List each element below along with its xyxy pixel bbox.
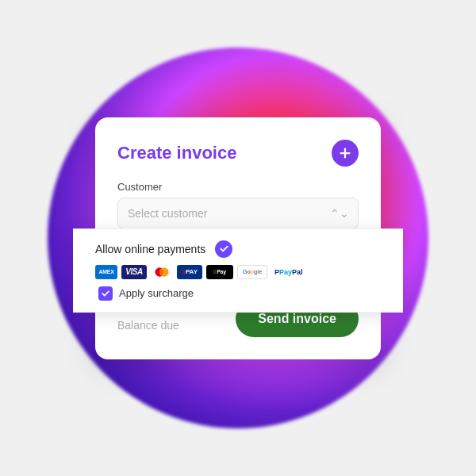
amex-badge: AMEX [95, 265, 117, 279]
plus-icon [338, 146, 352, 160]
add-button[interactable] [332, 140, 359, 167]
checkmark-icon [219, 244, 229, 254]
visa-label: VISA [125, 267, 142, 276]
bpay-badge: bPAY [177, 265, 202, 279]
payments-banner: Allow online payments AMEX VISA [73, 228, 403, 313]
card-header: Create invoice [117, 140, 359, 167]
amex-label: AMEX [98, 269, 113, 274]
payments-row: Allow online payments AMEX VISA [95, 240, 381, 280]
payment-badges: AMEX VISA bPAY [95, 264, 306, 280]
google-pay-badge: Google [237, 265, 267, 279]
apple-pay-label:  Pay [213, 269, 225, 274]
paypal-label: PPayPal [274, 268, 303, 276]
mastercard-badge [151, 265, 173, 279]
surcharge-label: Apply surcharge [119, 287, 194, 299]
balance-label: Balance due [117, 319, 189, 332]
customer-select-wrapper: Select customer ⌃⌄ [117, 198, 359, 229]
paypal-badge: PPayPal [271, 264, 306, 280]
customer-label: Customer [117, 181, 359, 193]
payments-label: Allow online payments [95, 243, 205, 255]
customer-select[interactable]: Select customer [117, 198, 359, 229]
invoice-card: Create invoice Customer Select customer … [95, 117, 381, 359]
apple-pay-badge:  Pay [206, 265, 233, 279]
visa-badge: VISA [121, 265, 147, 279]
mastercard-icon [154, 265, 170, 279]
surcharge-checkmark-icon [101, 289, 110, 298]
card-title: Create invoice [117, 143, 236, 163]
google-pay-label: Google [243, 269, 262, 274]
surcharge-row: Apply surcharge [95, 286, 381, 301]
payments-check-icon [215, 240, 232, 258]
surcharge-checkbox[interactable] [98, 286, 113, 301]
